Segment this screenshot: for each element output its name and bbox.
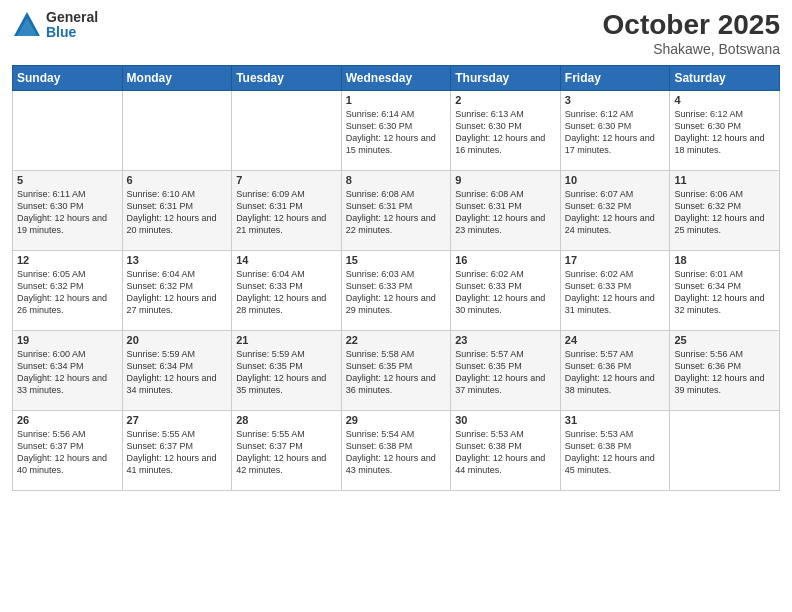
day-number: 14 (236, 254, 337, 266)
page-container: General Blue October 2025 Shakawe, Botsw… (0, 0, 792, 612)
day-number: 17 (565, 254, 666, 266)
day-number: 23 (455, 334, 556, 346)
header-tuesday: Tuesday (232, 65, 342, 90)
day-info: Sunrise: 6:01 AM Sunset: 6:34 PM Dayligh… (674, 268, 775, 317)
day-info: Sunrise: 6:06 AM Sunset: 6:32 PM Dayligh… (674, 188, 775, 237)
day-number: 10 (565, 174, 666, 186)
calendar-cell: 22Sunrise: 5:58 AM Sunset: 6:35 PM Dayli… (341, 330, 451, 410)
day-info: Sunrise: 6:12 AM Sunset: 6:30 PM Dayligh… (674, 108, 775, 157)
calendar-cell: 6Sunrise: 6:10 AM Sunset: 6:31 PM Daylig… (122, 170, 232, 250)
day-info: Sunrise: 5:53 AM Sunset: 6:38 PM Dayligh… (565, 428, 666, 477)
day-number: 22 (346, 334, 447, 346)
calendar-cell: 9Sunrise: 6:08 AM Sunset: 6:31 PM Daylig… (451, 170, 561, 250)
day-info: Sunrise: 6:10 AM Sunset: 6:31 PM Dayligh… (127, 188, 228, 237)
calendar-cell: 4Sunrise: 6:12 AM Sunset: 6:30 PM Daylig… (670, 90, 780, 170)
day-info: Sunrise: 6:05 AM Sunset: 6:32 PM Dayligh… (17, 268, 118, 317)
day-number: 11 (674, 174, 775, 186)
location: Shakawe, Botswana (603, 41, 780, 57)
week-row-4: 19Sunrise: 6:00 AM Sunset: 6:34 PM Dayli… (13, 330, 780, 410)
calendar-cell: 1Sunrise: 6:14 AM Sunset: 6:30 PM Daylig… (341, 90, 451, 170)
week-row-2: 5Sunrise: 6:11 AM Sunset: 6:30 PM Daylig… (13, 170, 780, 250)
calendar-cell: 30Sunrise: 5:53 AM Sunset: 6:38 PM Dayli… (451, 410, 561, 490)
day-info: Sunrise: 5:59 AM Sunset: 6:35 PM Dayligh… (236, 348, 337, 397)
logo-text: General Blue (46, 10, 98, 41)
day-number: 16 (455, 254, 556, 266)
week-row-1: 1Sunrise: 6:14 AM Sunset: 6:30 PM Daylig… (13, 90, 780, 170)
header-saturday: Saturday (670, 65, 780, 90)
calendar-cell: 8Sunrise: 6:08 AM Sunset: 6:31 PM Daylig… (341, 170, 451, 250)
day-number: 18 (674, 254, 775, 266)
day-number: 25 (674, 334, 775, 346)
header-thursday: Thursday (451, 65, 561, 90)
day-number: 8 (346, 174, 447, 186)
day-number: 13 (127, 254, 228, 266)
day-number: 19 (17, 334, 118, 346)
header-wednesday: Wednesday (341, 65, 451, 90)
day-info: Sunrise: 6:04 AM Sunset: 6:33 PM Dayligh… (236, 268, 337, 317)
calendar-cell: 23Sunrise: 5:57 AM Sunset: 6:35 PM Dayli… (451, 330, 561, 410)
logo-general-text: General (46, 10, 98, 25)
calendar-cell: 2Sunrise: 6:13 AM Sunset: 6:30 PM Daylig… (451, 90, 561, 170)
day-info: Sunrise: 5:56 AM Sunset: 6:37 PM Dayligh… (17, 428, 118, 477)
day-number: 29 (346, 414, 447, 426)
month-title: October 2025 (603, 10, 780, 41)
calendar-cell: 15Sunrise: 6:03 AM Sunset: 6:33 PM Dayli… (341, 250, 451, 330)
day-number: 26 (17, 414, 118, 426)
day-number: 2 (455, 94, 556, 106)
calendar-cell: 25Sunrise: 5:56 AM Sunset: 6:36 PM Dayli… (670, 330, 780, 410)
day-info: Sunrise: 5:57 AM Sunset: 6:35 PM Dayligh… (455, 348, 556, 397)
header-friday: Friday (560, 65, 670, 90)
day-info: Sunrise: 5:55 AM Sunset: 6:37 PM Dayligh… (127, 428, 228, 477)
day-number: 20 (127, 334, 228, 346)
day-number: 30 (455, 414, 556, 426)
day-info: Sunrise: 6:11 AM Sunset: 6:30 PM Dayligh… (17, 188, 118, 237)
day-info: Sunrise: 5:56 AM Sunset: 6:36 PM Dayligh… (674, 348, 775, 397)
calendar-cell: 20Sunrise: 5:59 AM Sunset: 6:34 PM Dayli… (122, 330, 232, 410)
calendar-cell: 10Sunrise: 6:07 AM Sunset: 6:32 PM Dayli… (560, 170, 670, 250)
calendar-cell: 12Sunrise: 6:05 AM Sunset: 6:32 PM Dayli… (13, 250, 123, 330)
day-number: 12 (17, 254, 118, 266)
day-info: Sunrise: 5:59 AM Sunset: 6:34 PM Dayligh… (127, 348, 228, 397)
calendar-cell (13, 90, 123, 170)
calendar-cell: 28Sunrise: 5:55 AM Sunset: 6:37 PM Dayli… (232, 410, 342, 490)
day-info: Sunrise: 6:08 AM Sunset: 6:31 PM Dayligh… (346, 188, 447, 237)
calendar-cell: 26Sunrise: 5:56 AM Sunset: 6:37 PM Dayli… (13, 410, 123, 490)
calendar-cell: 27Sunrise: 5:55 AM Sunset: 6:37 PM Dayli… (122, 410, 232, 490)
day-info: Sunrise: 6:14 AM Sunset: 6:30 PM Dayligh… (346, 108, 447, 157)
day-number: 21 (236, 334, 337, 346)
calendar-cell (232, 90, 342, 170)
calendar-cell: 11Sunrise: 6:06 AM Sunset: 6:32 PM Dayli… (670, 170, 780, 250)
calendar-cell: 29Sunrise: 5:54 AM Sunset: 6:38 PM Dayli… (341, 410, 451, 490)
day-info: Sunrise: 5:53 AM Sunset: 6:38 PM Dayligh… (455, 428, 556, 477)
logo-icon (12, 10, 42, 40)
day-info: Sunrise: 6:04 AM Sunset: 6:32 PM Dayligh… (127, 268, 228, 317)
calendar-cell: 5Sunrise: 6:11 AM Sunset: 6:30 PM Daylig… (13, 170, 123, 250)
day-number: 31 (565, 414, 666, 426)
day-number: 7 (236, 174, 337, 186)
calendar-cell: 21Sunrise: 5:59 AM Sunset: 6:35 PM Dayli… (232, 330, 342, 410)
title-block: October 2025 Shakawe, Botswana (603, 10, 780, 57)
day-info: Sunrise: 6:02 AM Sunset: 6:33 PM Dayligh… (565, 268, 666, 317)
day-info: Sunrise: 6:09 AM Sunset: 6:31 PM Dayligh… (236, 188, 337, 237)
calendar-cell: 14Sunrise: 6:04 AM Sunset: 6:33 PM Dayli… (232, 250, 342, 330)
weekday-header-row: Sunday Monday Tuesday Wednesday Thursday… (13, 65, 780, 90)
day-info: Sunrise: 5:57 AM Sunset: 6:36 PM Dayligh… (565, 348, 666, 397)
day-info: Sunrise: 5:54 AM Sunset: 6:38 PM Dayligh… (346, 428, 447, 477)
day-number: 15 (346, 254, 447, 266)
calendar-cell: 19Sunrise: 6:00 AM Sunset: 6:34 PM Dayli… (13, 330, 123, 410)
calendar-cell: 17Sunrise: 6:02 AM Sunset: 6:33 PM Dayli… (560, 250, 670, 330)
calendar-cell (670, 410, 780, 490)
day-info: Sunrise: 6:13 AM Sunset: 6:30 PM Dayligh… (455, 108, 556, 157)
day-info: Sunrise: 6:02 AM Sunset: 6:33 PM Dayligh… (455, 268, 556, 317)
calendar-cell: 3Sunrise: 6:12 AM Sunset: 6:30 PM Daylig… (560, 90, 670, 170)
day-info: Sunrise: 6:03 AM Sunset: 6:33 PM Dayligh… (346, 268, 447, 317)
day-info: Sunrise: 5:55 AM Sunset: 6:37 PM Dayligh… (236, 428, 337, 477)
header-sunday: Sunday (13, 65, 123, 90)
day-info: Sunrise: 5:58 AM Sunset: 6:35 PM Dayligh… (346, 348, 447, 397)
day-info: Sunrise: 6:08 AM Sunset: 6:31 PM Dayligh… (455, 188, 556, 237)
day-info: Sunrise: 6:12 AM Sunset: 6:30 PM Dayligh… (565, 108, 666, 157)
week-row-5: 26Sunrise: 5:56 AM Sunset: 6:37 PM Dayli… (13, 410, 780, 490)
calendar-cell: 7Sunrise: 6:09 AM Sunset: 6:31 PM Daylig… (232, 170, 342, 250)
day-info: Sunrise: 6:00 AM Sunset: 6:34 PM Dayligh… (17, 348, 118, 397)
day-number: 1 (346, 94, 447, 106)
